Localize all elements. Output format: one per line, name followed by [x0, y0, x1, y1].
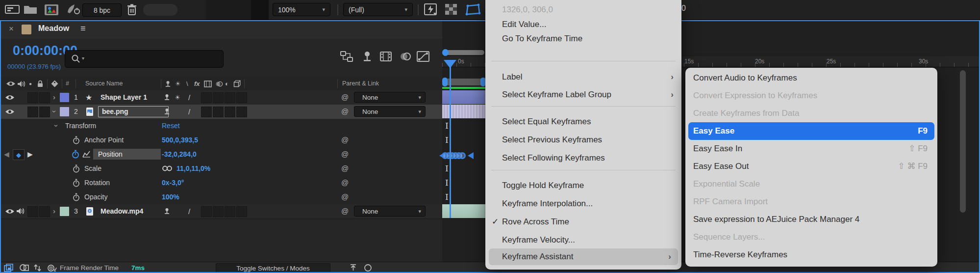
- switch-cell[interactable]: [225, 107, 235, 117]
- expand-timeline-icon[interactable]: [349, 264, 357, 272]
- stopwatch-icon[interactable]: [73, 190, 80, 204]
- audio-speaker-icon[interactable]: [16, 204, 25, 218]
- submenu-item-save-expression-aejuice[interactable]: Save expression to AEJuice Pack Manager …: [685, 211, 937, 228]
- switch-cell[interactable]: [201, 206, 212, 217]
- fast-preview-icon[interactable]: [424, 3, 438, 16]
- menu-item-select-equal-keyframes[interactable]: Select Equal Keyframes: [485, 114, 681, 130]
- switch-cell[interactable]: [225, 206, 235, 217]
- search-input[interactable]: ▾: [65, 50, 224, 68]
- transparency-grid-icon[interactable]: [444, 3, 458, 16]
- trash-icon[interactable]: [126, 3, 137, 16]
- property-value[interactable]: -32,0,284,0: [162, 147, 197, 161]
- menu-item-select-keyframe-label-group[interactable]: Select Keyframe Label Group›: [485, 87, 681, 103]
- property-name[interactable]: Rotation: [84, 176, 110, 190]
- frame-blending-icon[interactable]: [378, 49, 393, 64]
- solo-icon[interactable]: ●: [29, 77, 32, 90]
- solo-cell[interactable]: [27, 206, 38, 217]
- solo-cell[interactable]: [27, 107, 38, 117]
- menu-item-keyframe-interpolation[interactable]: Keyframe Interpolation...: [485, 196, 681, 212]
- shape-mask-icon[interactable]: [20, 264, 29, 272]
- menu-item-rove-across-time[interactable]: ✓Rove Across Time: [485, 214, 681, 230]
- position-keyframes[interactable]: [439, 150, 474, 161]
- magnification-dropdown[interactable]: 100% ▾: [273, 3, 330, 16]
- menu-item-toggle-hold-keyframe[interactable]: Toggle Hold Keyframe: [485, 178, 681, 193]
- switch-cell[interactable]: [236, 92, 247, 103]
- composition-layers-icon[interactable]: [4, 264, 14, 272]
- collapse-sun-icon[interactable]: ☀: [175, 77, 181, 90]
- menu-item-keyframe-assistant[interactable]: Keyframe Assistant›: [489, 248, 678, 265]
- time-navigator-handle[interactable]: [442, 49, 449, 56]
- zoom-out-icon[interactable]: [364, 264, 372, 272]
- expander-icon[interactable]: ›: [48, 110, 61, 113]
- switch-cell[interactable]: [213, 107, 224, 117]
- region-of-interest-icon[interactable]: [465, 3, 481, 16]
- resolution-dropdown[interactable]: (Full) ▾: [343, 3, 413, 16]
- color-depth-button[interactable]: 8 bpc: [82, 3, 122, 17]
- frame-blend-switch-icon[interactable]: [204, 77, 212, 90]
- menu-item-keyframe-velocity[interactable]: Keyframe Velocity...: [485, 232, 681, 248]
- render-time-snail-icon[interactable]: [47, 264, 57, 272]
- graph-editor-icon[interactable]: [416, 49, 430, 64]
- motion-blur-switch-icon[interactable]: [215, 77, 223, 90]
- submenu-item-time-reverse-keyframes[interactable]: Time-Reverse Keyframes: [685, 246, 937, 264]
- add-keyframe-icon[interactable]: ◆: [13, 149, 25, 160]
- prev-keyframe-icon[interactable]: ◀: [4, 147, 9, 161]
- submenu-item-easy-ease-in[interactable]: Easy Ease In⇧ F9: [685, 140, 937, 158]
- vertical-scrollbar[interactable]: [960, 70, 966, 213]
- column-number[interactable]: #: [66, 77, 69, 90]
- keyframe-icon[interactable]: [468, 152, 474, 159]
- audio-speaker-icon[interactable]: [17, 77, 25, 90]
- pickwhip-icon[interactable]: @: [341, 162, 349, 175]
- layer-color-swatch[interactable]: [60, 107, 69, 116]
- adjustment-layer-icon[interactable]: ◐: [225, 77, 229, 90]
- submenu-item-easy-ease-out[interactable]: Easy Ease Out⇧ ⌘ F9: [685, 158, 937, 175]
- layer-row-bee[interactable]: › 2 bee.png / @ None ▾: [0, 105, 442, 119]
- transform-group-row[interactable]: › Transform Reset: [0, 119, 442, 134]
- toolbar-pill-toggle[interactable]: [143, 4, 177, 16]
- shy-layers-icon[interactable]: [360, 49, 375, 64]
- stopwatch-icon[interactable]: [73, 133, 80, 147]
- quality-switch-icon[interactable]: /: [184, 105, 194, 118]
- comp-mini-flowchart-icon[interactable]: [339, 49, 354, 64]
- property-row-rotation[interactable]: Rotation 0x-3,0° @: [0, 176, 442, 191]
- pickwhip-icon[interactable]: @: [341, 90, 349, 104]
- meadow-layer-bar[interactable]: [442, 204, 485, 218]
- expander-icon[interactable]: ›: [50, 125, 63, 127]
- property-name[interactable]: Scale: [84, 162, 101, 175]
- graph-toggle-icon[interactable]: [82, 147, 91, 161]
- pickwhip-icon[interactable]: @: [341, 133, 349, 147]
- property-row-scale[interactable]: Scale 11,0,11,0% @: [0, 162, 442, 176]
- property-value[interactable]: 500,0,393,5: [162, 133, 198, 147]
- eye-icon[interactable]: [5, 105, 15, 118]
- fast-previews-rocket-icon[interactable]: [67, 3, 80, 16]
- effects-fx-icon[interactable]: fx: [194, 77, 200, 90]
- column-source-name[interactable]: Source Name: [85, 77, 123, 90]
- collapse-sun-icon[interactable]: ☀: [173, 90, 182, 104]
- layer-color-swatch[interactable]: [60, 207, 69, 216]
- property-name[interactable]: Opacity: [84, 190, 107, 204]
- video-eye-icon[interactable]: [6, 77, 16, 90]
- layer-name[interactable]: Meadow.mp4: [101, 204, 143, 218]
- lock-icon[interactable]: [37, 77, 44, 90]
- menu-item-label[interactable]: Label›: [485, 69, 681, 85]
- stopwatch-icon[interactable]: [73, 162, 80, 175]
- close-icon[interactable]: ×: [9, 24, 14, 34]
- layer-row-meadow[interactable]: › 3 Meadow.mp4 / @ None ▾: [0, 204, 442, 219]
- shy-switch-icon[interactable]: [162, 105, 172, 118]
- eye-icon[interactable]: [5, 204, 15, 218]
- panel-menu-icon[interactable]: ≡: [80, 24, 86, 34]
- search-dropdown-icon[interactable]: ▾: [82, 55, 84, 61]
- shy-switch-icon[interactable]: [162, 204, 172, 218]
- menu-item-select-following-keyframes[interactable]: Select Following Keyframes: [485, 150, 681, 166]
- column-parent-link[interactable]: Parent & Link: [342, 77, 379, 90]
- keyframe-icon[interactable]: [459, 152, 466, 159]
- quality-switch-icon[interactable]: /: [184, 90, 194, 104]
- shape-layer-bar[interactable]: [442, 90, 485, 104]
- quality-icon[interactable]: \: [186, 77, 188, 90]
- lock-cell[interactable]: [39, 206, 50, 217]
- switch-cell[interactable]: [236, 107, 247, 117]
- bee-layer-bar[interactable]: [442, 105, 485, 118]
- time-navigator-bar[interactable]: [443, 50, 484, 55]
- property-row-opacity[interactable]: Opacity 100% @: [0, 190, 442, 205]
- work-area-start-handle[interactable]: [442, 78, 448, 86]
